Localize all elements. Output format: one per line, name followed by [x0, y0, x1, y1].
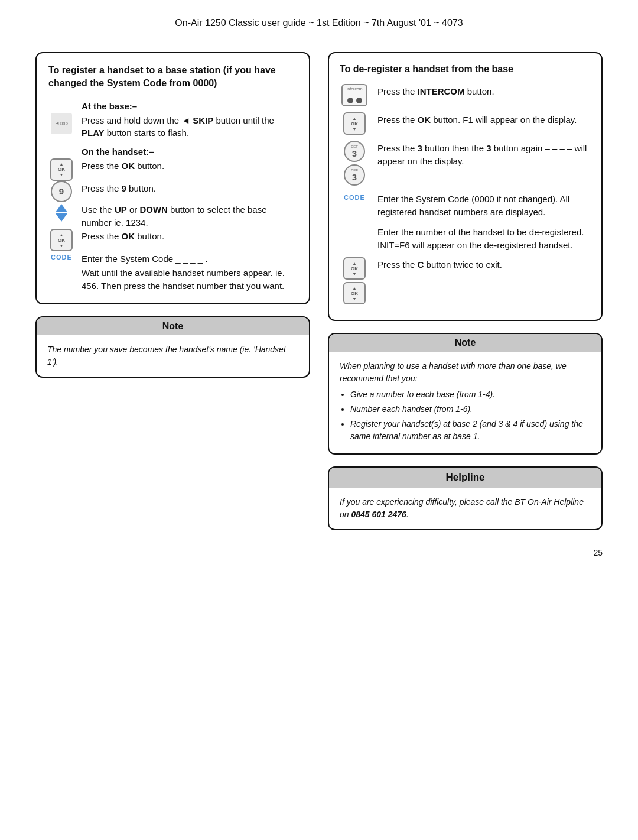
left-note-body: The number you save becomes the handset'… [37, 335, 309, 377]
helpline-body: If you are experiencing difficulty, plea… [329, 488, 601, 529]
helpline-text: If you are experiencing difficulty, plea… [340, 497, 584, 519]
three-icons-col: DEF 3 DEF 3 [340, 141, 369, 186]
right-note-item-2-text: Number each handset (from 1-6). [350, 404, 473, 414]
right-note-item-1-text: Give a number to each base (from 1-4). [350, 390, 495, 399]
step-code: CODE Enter the System Code _ _ _ _ . [48, 251, 297, 265]
right-note-body: When planning to use a handset with more… [329, 352, 601, 453]
left-note-text: The number you save becomes the handset'… [47, 345, 286, 367]
ok-label-2: OK [58, 238, 65, 243]
skip-icon-col: ◄skip [48, 113, 74, 134]
ok-button-icon-1: ▲ OK ▼ [50, 158, 73, 181]
d-arrow-up-1: ▲ [353, 116, 357, 121]
intercom-dots [347, 98, 362, 103]
ok-icon-col-2: ▲ OK ▼ [48, 229, 74, 251]
page-number: 25 [35, 548, 603, 557]
at-base-text: Press and hold down the ◄ SKIP button un… [82, 113, 297, 140]
intercom-button-icon: Intercom [341, 84, 367, 106]
main-content: To register a handset to a base station … [35, 52, 603, 530]
deregister-ok-icon-col-2: ▲ OK ▼ ▲ OK ▼ [340, 257, 369, 304]
deregister-ok-icon-col-1: ▲ OK ▼ [340, 112, 369, 135]
deregister-box: To de-register a handset from the base I… [328, 52, 603, 321]
three-button-icon-2: DEF 3 [344, 164, 365, 186]
left-column: To register a handset to a base station … [35, 52, 310, 378]
step-9: 9 Press the 9 button. [48, 181, 297, 202]
deregister-step-3: DEF 3 DEF 3 Press the 3 button then the … [340, 141, 591, 186]
deregister-step-1: Intercom Press the INTERCOM button. [340, 84, 591, 106]
d-ok-label-2a: OK [351, 266, 358, 271]
three-button-icon-1: DEF 3 [344, 141, 365, 162]
d-arrow-dn-2a: ▼ [353, 272, 357, 276]
right-note-item-3-text: Register your handset(s) at base 2 (and … [350, 419, 583, 441]
code-icon-col-right: CODE [340, 192, 369, 201]
code-label-right: CODE [344, 192, 365, 201]
deregister-ok-button-2a: ▲ OK ▼ [343, 257, 366, 280]
skip-label: ◄skip [55, 121, 68, 126]
step-up-down: Use the UP or DOWN button to select the … [48, 202, 297, 229]
d-ok-label-2b: OK [351, 291, 358, 296]
step-9-text: Press the 9 button. [82, 181, 297, 195]
arrow-up-icon-2: ▲ [60, 233, 64, 237]
step-code-text: Enter the System Code _ _ _ _ . [82, 251, 297, 265]
on-handset-label: On the handset:– [82, 144, 297, 158]
helpline-header: Helpline [329, 468, 601, 488]
deregister-step-4: CODE Enter the System Code (0000 if not … [340, 192, 591, 219]
intercom-dot-1 [347, 98, 353, 103]
right-note-item-3: Register your handset(s) at base 2 (and … [350, 418, 591, 443]
step-ok-1: ▲ OK ▼ Press the OK button. [48, 158, 297, 181]
intercom-dot-2 [356, 98, 362, 103]
right-column: To de-register a handset from the base I… [328, 52, 603, 530]
skip-button-icon: ◄skip [51, 113, 72, 134]
right-note-intro: When planning to use a handset with more… [340, 360, 591, 385]
right-note-list: Give a number to each base (from 1-4). N… [350, 388, 591, 443]
right-note-header: Note [329, 334, 601, 352]
register-box: To register a handset to a base station … [35, 52, 310, 304]
three-digit-1: 3 [352, 148, 357, 158]
arrow-up-icon: ▲ [60, 162, 64, 166]
deregister-step-3-text: Press the 3 button then the 3 button aga… [377, 141, 591, 168]
on-handset-header-row: On the handset:– [48, 144, 297, 158]
d-arrow-dn-1: ▼ [353, 127, 357, 131]
d-arrow-up-2a: ▲ [353, 261, 357, 265]
right-note-box: Note When planning to use a handset with… [328, 333, 603, 455]
deregister-step-1-text: Press the INTERCOM button. [377, 84, 591, 98]
step-ok-2: ▲ OK ▼ Press the OK button. [48, 229, 297, 251]
deregister-step-4-text: Enter the System Code (0000 if not chang… [377, 192, 591, 219]
header-title: On-Air 1250 Classic user guide ~ 1st Edi… [175, 18, 463, 28]
deregister-ok-button-2b: ▲ OK ▼ [343, 282, 366, 304]
step-ok-1-text: Press the OK button. [82, 158, 297, 173]
deregister-heading: To de-register a handset from the base [340, 63, 591, 76]
register-heading: To register a handset to a base station … [48, 64, 297, 90]
deregister-step-5: Enter the number of the handset to be de… [340, 225, 591, 252]
d-arrow-up-2b: ▲ [353, 286, 357, 290]
triangle-down-icon [56, 213, 67, 222]
deregister-step-6-text: Press the C button twice to exit. [377, 257, 591, 271]
deregister-step-5-text: Enter the number of the handset to be de… [377, 225, 591, 252]
ok-button-icon-2: ▲ OK ▼ [50, 229, 73, 251]
arrow-down-icon-2: ▼ [60, 244, 64, 248]
ok-label-1: OK [58, 167, 65, 172]
ok-icon-col-1: ▲ OK ▼ [48, 158, 74, 181]
arrow-down-icon: ▼ [60, 173, 64, 177]
up-down-icon-col [48, 202, 74, 223]
at-base-header-row: At the base:– [48, 99, 297, 113]
page-header: On-Air 1250 Classic user guide ~ 1st Edi… [35, 18, 603, 28]
step-wait-text: Wait until the available handset numbers… [82, 265, 297, 293]
deregister-step-2: ▲ OK ▼ Press the OK button. F1 will appe… [340, 112, 591, 135]
at-base-label: At the base:– [82, 99, 297, 113]
nine-button-icon: 9 [51, 181, 72, 202]
deregister-step-2-text: Press the OK button. F1 will appear on t… [377, 112, 591, 127]
step-ok-2-text: Press the OK button. [82, 229, 297, 243]
helpline-box: Helpline If you are experiencing difficu… [328, 466, 603, 530]
intercom-label: Intercom [343, 87, 366, 91]
intercom-icon-col: Intercom [340, 84, 369, 106]
up-down-button-icon [51, 202, 72, 223]
three-digit-2: 3 [352, 172, 357, 182]
triangle-up-icon [56, 204, 67, 212]
deregister-ok-button-1: ▲ OK ▼ [343, 112, 366, 135]
right-note-item-1: Give a number to each base (from 1-4). [350, 388, 591, 401]
nine-icon-col: 9 [48, 181, 74, 202]
at-base-step: ◄skip Press and hold down the ◄ SKIP but… [48, 113, 297, 140]
d-arrow-dn-2b: ▼ [353, 297, 357, 301]
code-icon-col: CODE [48, 251, 74, 261]
right-note-item-2: Number each handset (from 1-6). [350, 403, 591, 416]
